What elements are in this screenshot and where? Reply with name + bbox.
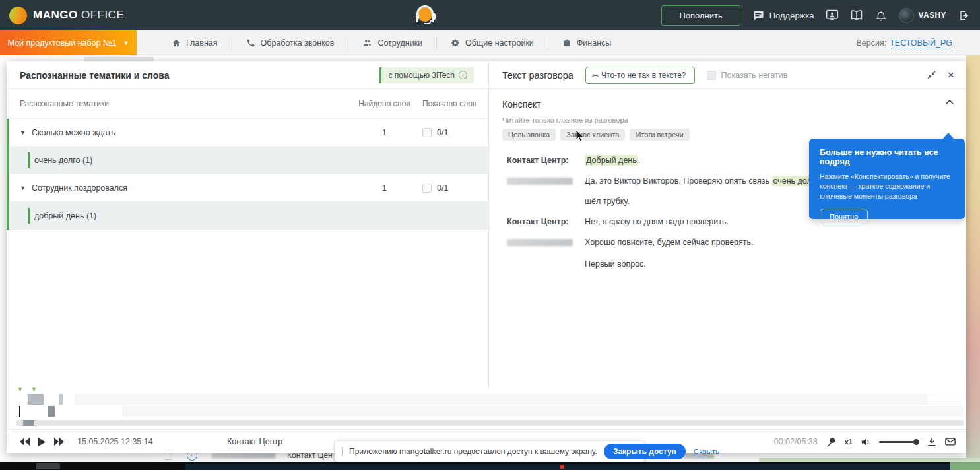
- mango-logo-icon: [9, 7, 27, 24]
- speaker-redacted: [507, 232, 585, 254]
- people-icon: [362, 38, 372, 48]
- brand-bold: MANGO: [33, 9, 78, 21]
- table-row[interactable]: ▼ Сотрудник поздоровался 1 0/1: [7, 174, 488, 202]
- download-icon[interactable]: [927, 437, 936, 447]
- logout-icon[interactable]: [958, 9, 971, 22]
- stop-sharing-button[interactable]: Закрыть доступ: [604, 444, 686, 459]
- feedback-button[interactable]: :( Что-то не так в тексте?: [585, 67, 695, 84]
- negative-checkbox[interactable]: [707, 71, 716, 80]
- waveform-area[interactable]: ▼ ▼: [7, 388, 966, 429]
- record-download-icon[interactable]: [187, 453, 197, 461]
- knowledge-base-icon[interactable]: [850, 9, 863, 22]
- close-icon[interactable]: ×: [946, 71, 956, 80]
- table-row[interactable]: ▼ Сколько можно ждать 1 0/1: [7, 119, 488, 147]
- transcript-panel: Текст разговора :( Что-то не так в текст…: [489, 61, 966, 388]
- word-marker-icon[interactable]: ▼: [31, 386, 37, 393]
- summary-section: Конспект Читайте только главное из разго…: [489, 89, 966, 141]
- playback-speed[interactable]: x1: [845, 438, 853, 446]
- briefcase-icon: [562, 38, 572, 48]
- transcript-title: Текст разговора: [502, 70, 573, 81]
- caret-down-icon[interactable]: ▼: [20, 185, 26, 191]
- waveform-scrollbar[interactable]: [16, 420, 964, 426]
- tooltip-body: Нажмите «Конспектировать» и получите кон…: [820, 172, 954, 202]
- nav-item-employees[interactable]: Сотрудники: [348, 30, 436, 55]
- waveform-track-2[interactable]: [16, 406, 964, 417]
- record-channel: Контакт Цен: [287, 453, 333, 460]
- app-screen: Контакт Цен MANGO OFFICE Пополнит: [0, 0, 980, 470]
- chip-client-request[interactable]: Запрос клиента: [560, 129, 625, 141]
- play-button[interactable]: [38, 438, 46, 446]
- record-channel-label: Контакт Центр: [227, 437, 282, 446]
- show-words-checkbox[interactable]: [422, 184, 432, 193]
- nav-item-general-settings[interactable]: Общие настройки: [437, 30, 548, 55]
- product-set-label: Мой продуктовый набор №1: [8, 38, 117, 48]
- chevron-up-icon[interactable]: [945, 99, 954, 105]
- playhead-cursor[interactable]: [19, 406, 20, 417]
- speaker-label: Контакт Центр:: [507, 151, 585, 171]
- drag-handle[interactable]: [342, 447, 343, 456]
- nav-item-call-processing[interactable]: Обработка звонков: [232, 30, 348, 55]
- home-icon: [172, 38, 181, 48]
- user-menu[interactable]: VASHY: [899, 8, 946, 23]
- collapse-icon[interactable]: [927, 71, 936, 80]
- phone-icon: [246, 38, 255, 48]
- summarize-tooltip: Больше не нужно читать все подряд Нажмит…: [809, 139, 965, 219]
- chip-call-goal[interactable]: Цель звонка: [502, 129, 556, 141]
- call-analysis-modal: Распознанные тематики и слова с помощью …: [7, 61, 966, 453]
- gear-icon: [451, 38, 460, 48]
- notifications-bell-icon[interactable]: [874, 9, 888, 22]
- operator-headset-icon[interactable]: [416, 5, 436, 26]
- email-icon[interactable]: [945, 438, 956, 446]
- background-scroll-strip: [966, 55, 980, 462]
- column-topic: Распознанные тематики: [20, 99, 353, 108]
- brand-light: OFFICE: [81, 9, 124, 21]
- speaker-redacted: [507, 171, 585, 212]
- caret-down-icon[interactable]: ▼: [20, 129, 26, 136]
- version-link[interactable]: ТЕСТОВЫЙ_PG: [890, 38, 952, 48]
- support-button[interactable]: Поддержка: [752, 9, 814, 22]
- info-icon[interactable]: i: [459, 71, 467, 79]
- show-words-checkbox[interactable]: [422, 128, 432, 137]
- screen-share-banner: Приложению mangotalker.ru предоставлен д…: [335, 441, 644, 462]
- user-avatar: [899, 8, 914, 23]
- os-taskbar-strip: [0, 462, 980, 470]
- scrollbar-thumb[interactable]: [23, 420, 34, 426]
- column-shown: Показано слов: [416, 99, 488, 108]
- record-checkbox[interactable]: [164, 453, 172, 460]
- brand-name: MANGO OFFICE: [33, 9, 124, 22]
- nav-item-finance[interactable]: Финансы: [548, 30, 625, 55]
- word-marker-icon[interactable]: ▼: [17, 386, 23, 393]
- waveform-track-1[interactable]: [16, 394, 964, 405]
- product-set-tab[interactable]: Мой продуктовый набор №1 ▼: [0, 30, 137, 55]
- mango-office-logo[interactable]: MANGO OFFICE: [9, 7, 124, 24]
- tooltip-ok-button[interactable]: Понятно: [820, 209, 868, 224]
- word-accent-bar: [28, 208, 30, 224]
- rewind-button[interactable]: [20, 438, 30, 446]
- volume-slider[interactable]: [879, 438, 919, 445]
- table-row-word[interactable]: очень долго (1): [7, 147, 488, 174]
- topics-accent-rail: [7, 119, 9, 230]
- summary-title: Конспект: [502, 99, 956, 110]
- topics-table-header: Распознанные тематики Найдено слов Показ…: [7, 89, 488, 119]
- forward-button[interactable]: [53, 438, 64, 446]
- tooltip-title: Больше не нужно читать все подряд: [820, 148, 954, 166]
- topics-panel: Распознанные тематики и слова с помощью …: [7, 61, 489, 388]
- nav-item-home[interactable]: Главная: [158, 30, 232, 55]
- word-accent-bar: [28, 152, 30, 168]
- hide-banner-link[interactable]: Скрыть: [694, 448, 719, 455]
- chip-meeting-results[interactable]: Итоги встречи: [630, 129, 689, 141]
- message-text: Добрый день.: [585, 151, 640, 171]
- table-row-word[interactable]: добрый день (1): [7, 202, 488, 230]
- message-text: Да, это Виктор Викторов. Проверяю опять …: [585, 171, 830, 212]
- mouse-cursor: [576, 130, 585, 143]
- volume-knob[interactable]: [913, 439, 919, 445]
- remote-assist-icon[interactable]: [826, 9, 839, 22]
- summary-hint: Читайте только главное из разговора: [502, 116, 956, 124]
- topup-button[interactable]: Пополнить: [661, 5, 740, 26]
- message-row: Хорошо повисите, будем сейчас проверять.: [507, 232, 942, 254]
- support-label: Поддержка: [769, 11, 814, 20]
- show-negative-toggle[interactable]: Показать негатив: [707, 71, 788, 80]
- engine-badge[interactable]: с помощью 3iTech i: [379, 67, 474, 83]
- volume-icon[interactable]: [861, 438, 870, 446]
- pin-icon[interactable]: [826, 437, 836, 447]
